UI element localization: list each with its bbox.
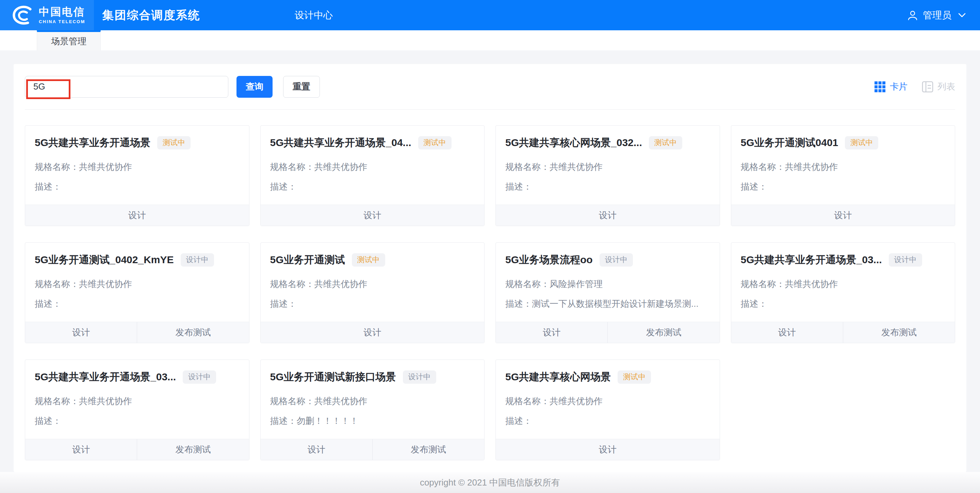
desc-label: 描述： <box>270 416 297 426</box>
desc-label: 描述： <box>505 182 532 192</box>
desc-value: 测试一下从数据模型开始设计新建场景测... <box>532 298 698 309</box>
query-button[interactable]: 查询 <box>237 76 272 98</box>
desc-line: 描述： <box>741 298 946 310</box>
design-action[interactable]: 设计 <box>731 322 843 343</box>
copyright-text: copyright © 2021 中国电信版权所有 <box>420 477 560 488</box>
view-list-toggle[interactable]: 列表 <box>922 81 955 93</box>
desc-label: 描述： <box>270 182 297 192</box>
status-badge: 设计中 <box>403 370 436 383</box>
spec-value: 共维共优协作 <box>550 396 603 406</box>
scene-card-body: 5G业务开通测试0401 测试中 规格名称：共维共优协作 描述： <box>731 126 955 204</box>
status-badge: 设计中 <box>889 253 922 266</box>
desc-value: 勿删！！！！！ <box>297 416 359 426</box>
design-action[interactable]: 设计 <box>261 322 485 343</box>
header-nav: 设计中心 <box>291 0 336 30</box>
scene-card-actions: 设计 <box>261 322 485 343</box>
status-badge: 设计中 <box>181 253 214 266</box>
publish-test-action[interactable]: 发布测试 <box>608 322 719 343</box>
scene-title: 5G共建共享业务开通场景 <box>35 136 150 150</box>
spec-line: 规格名称：共维共优协作 <box>35 395 240 407</box>
publish-test-action[interactable]: 发布测试 <box>137 439 249 460</box>
design-action[interactable]: 设计 <box>25 322 137 343</box>
spec-label: 规格名称： <box>505 279 550 289</box>
publish-test-action[interactable]: 发布测试 <box>137 322 249 343</box>
scene-card-actions: 设计 <box>261 204 485 226</box>
scene-card-actions: 设计 <box>496 204 720 226</box>
design-action[interactable]: 设计 <box>496 439 720 460</box>
scene-card-actions: 设计发布测试 <box>261 439 485 460</box>
view-card-label: 卡片 <box>890 81 907 93</box>
user-menu[interactable]: 管理员 <box>907 9 966 22</box>
scene-card: 5G共建共享业务开通场景_03... 设计中 规格名称：共维共优协作 描述： 设… <box>25 359 250 460</box>
publish-test-action[interactable]: 发布测试 <box>372 439 484 460</box>
scene-card: 5G业务场景流程oo 设计中 规格名称：风险操作管理 描述：测试一下从数据模型开… <box>495 243 720 343</box>
desc-label: 描述： <box>505 416 532 426</box>
design-action[interactable]: 设计 <box>496 322 608 343</box>
view-toggle: 卡片 列表 <box>874 81 955 93</box>
scene-card-body: 5G共建共享业务开通场景_04... 测试中 规格名称：共维共优协作 描述： <box>261 126 485 204</box>
scene-card-title-row: 5G业务开通测试0401 测试中 <box>741 136 946 150</box>
card-grid-icon <box>874 81 886 93</box>
spec-label: 规格名称： <box>270 279 314 289</box>
scene-title: 5G共建共享业务开通场景_03... <box>741 253 882 267</box>
desc-line: 描述： <box>741 180 946 193</box>
spec-value: 共维共优协作 <box>79 279 132 289</box>
scene-card: 5G共建共享业务开通场景_03... 设计中 规格名称：共维共优协作 描述： 设… <box>731 243 956 343</box>
spec-value: 共维共优协作 <box>550 162 603 172</box>
status-badge: 测试中 <box>845 136 878 149</box>
tab-scene-management[interactable]: 场景管理 <box>37 30 101 50</box>
design-action[interactable]: 设计 <box>25 205 249 226</box>
search-input[interactable] <box>25 76 228 98</box>
spec-value: 共维共优协作 <box>79 162 132 172</box>
scene-card-actions: 设计发布测试 <box>25 439 249 460</box>
main-area: 查询 重置 卡片 <box>0 50 980 472</box>
spec-label: 规格名称： <box>505 162 550 172</box>
design-action[interactable]: 设计 <box>25 439 137 460</box>
search-section: 查询 重置 卡片 <box>25 64 955 110</box>
scene-title: 5G业务开通测试0401 <box>741 136 838 150</box>
scene-title: 5G共建共享业务开通场景_04... <box>270 136 411 150</box>
reset-button[interactable]: 重置 <box>283 76 320 98</box>
scene-card-body: 5G共建共享业务开通场景_03... 设计中 规格名称：共维共优协作 描述： <box>731 243 955 322</box>
desc-line: 描述： <box>35 180 240 193</box>
scene-card: 5G共建共享业务开通场景 测试中 规格名称：共维共优协作 描述： 设计 <box>25 125 250 226</box>
spec-line: 规格名称：共维共优协作 <box>741 161 946 173</box>
scene-card-body: 5G共建共享核心网场景 测试中 规格名称：共维共优协作 描述： <box>496 360 720 439</box>
scene-card-actions: 设计 <box>496 439 720 460</box>
list-icon <box>922 81 933 93</box>
spec-value: 共维共优协作 <box>785 162 838 172</box>
scene-title: 5G业务开通测试 <box>270 253 345 267</box>
scene-card-title-row: 5G业务开通测试新接口场景 设计中 <box>270 370 475 384</box>
publish-test-action[interactable]: 发布测试 <box>843 322 955 343</box>
design-action[interactable]: 设计 <box>496 205 720 226</box>
spec-value: 风险操作管理 <box>550 279 603 289</box>
tab-bar: 场景管理 <box>0 30 980 50</box>
scene-card: 5G共建共享核心网场景_032... 测试中 规格名称：共维共优协作 描述： 设… <box>495 125 720 226</box>
view-list-label: 列表 <box>937 81 955 93</box>
scene-card-body: 5G业务开通测试 测试中 规格名称：共维共优协作 描述： <box>261 243 485 322</box>
content-panel: 查询 重置 卡片 <box>14 64 966 472</box>
nav-item-design-center[interactable]: 设计中心 <box>291 9 336 22</box>
desc-label: 描述： <box>35 416 61 426</box>
design-action[interactable]: 设计 <box>261 205 485 226</box>
scene-card-title-row: 5G共建共享核心网场景 测试中 <box>505 370 710 384</box>
scene-card-title-row: 5G共建共享业务开通场景 测试中 <box>35 136 240 150</box>
spec-label: 规格名称： <box>270 162 314 172</box>
scene-card-title-row: 5G共建共享业务开通场景_03... 设计中 <box>35 370 240 384</box>
status-badge: 测试中 <box>418 136 452 149</box>
desc-label: 描述： <box>741 298 767 309</box>
logo-text: 中国电信 CHINA TELECOM <box>39 6 85 24</box>
logo-zh-label: 中国电信 <box>39 6 85 17</box>
page-footer: copyright © 2021 中国电信版权所有 <box>0 472 980 493</box>
spec-label: 规格名称： <box>35 396 79 406</box>
spec-line: 规格名称：共维共优协作 <box>35 278 240 290</box>
spec-label: 规格名称： <box>35 279 79 289</box>
cards-grid: 5G共建共享业务开通场景 测试中 规格名称：共维共优协作 描述： 设计 5G共建… <box>25 125 955 460</box>
view-card-toggle[interactable]: 卡片 <box>874 81 907 93</box>
design-action[interactable]: 设计 <box>731 205 955 226</box>
scene-card-actions: 设计发布测试 <box>496 322 720 343</box>
desc-line: 描述： <box>505 180 710 193</box>
scene-title: 5G共建共享核心网场景 <box>505 370 611 384</box>
design-action[interactable]: 设计 <box>261 439 372 460</box>
desc-label: 描述： <box>741 182 767 192</box>
